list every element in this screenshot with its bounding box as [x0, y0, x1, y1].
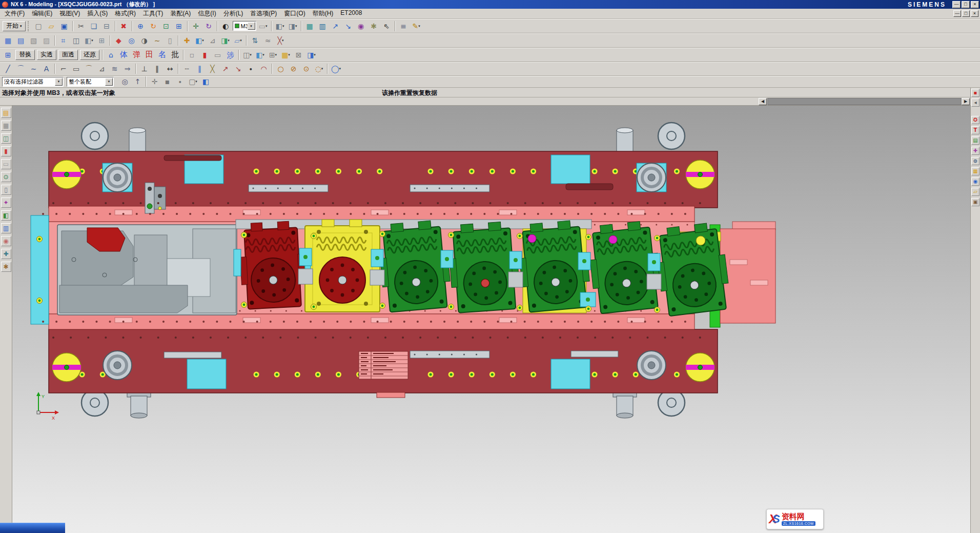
red-book-icon[interactable]: ▮	[199, 49, 211, 61]
menu-format[interactable]: 格式(R)	[111, 8, 139, 19]
red-marker-icon[interactable]: ▮	[1, 146, 11, 156]
grid-char-icon[interactable]: 田	[144, 49, 155, 61]
hatch-grid-icon[interactable]: ▧	[28, 34, 39, 46]
arrow-up-icon[interactable]: ↗	[219, 63, 231, 75]
half-sphere-icon[interactable]: ◑	[138, 34, 150, 46]
zoom-in-icon[interactable]: ⊕	[135, 20, 147, 32]
refresh-icon[interactable]: ↻	[148, 20, 159, 32]
window-panes-icon[interactable]: ◫	[70, 34, 82, 46]
circle-dd-icon[interactable]: ◌▾	[313, 63, 325, 75]
clock-icon[interactable]: ⊙	[1, 172, 11, 182]
menu-information[interactable]: 信息(I)	[194, 8, 219, 19]
avatar-icon[interactable]: ◉	[1, 236, 11, 246]
scroll-right-button[interactable]: ▶	[962, 98, 970, 105]
menu-assemblies[interactable]: 装配(A)	[167, 8, 194, 19]
new-window-icon[interactable]: ◫	[1, 133, 11, 144]
child-close-button[interactable]: ×	[971, 10, 978, 17]
close-button[interactable]: ×	[971, 1, 979, 8]
menu-help[interactable]: 帮助(H)	[309, 8, 337, 19]
arc-point-icon[interactable]: ◠	[258, 63, 270, 75]
pan-icon[interactable]: ✛	[190, 20, 202, 32]
menu-preferences[interactable]: 首选项(P)	[247, 8, 280, 19]
four-pane-icon[interactable]: ⊞	[2, 49, 14, 61]
blue-cube-dd-icon[interactable]: ◨▾	[305, 49, 317, 61]
work-layer-combo[interactable]: M3▼	[233, 21, 256, 31]
system-icon[interactable]: ▣	[971, 198, 979, 206]
up-level-icon[interactable]: ↑	[132, 76, 144, 88]
paste-icon[interactable]: ⊟	[101, 20, 113, 32]
cascade-windows-icon[interactable]: ▤	[1, 108, 11, 118]
grid-snap-icon[interactable]: ▦	[2, 34, 14, 46]
batch-icon[interactable]: 批	[169, 49, 181, 61]
chart-icon[interactable]: ▥	[1, 223, 11, 233]
selection-scope-combo[interactable]: 整个装配▼	[67, 77, 114, 87]
window-dd-icon[interactable]: ◫▾	[241, 49, 253, 61]
wedge-icon[interactable]: ⊿	[207, 34, 218, 46]
solid-cube-icon[interactable]: ◧	[200, 76, 212, 88]
home-icon[interactable]: ⌂	[105, 49, 117, 61]
measure-icon[interactable]: ✎▾	[411, 20, 422, 32]
palette-icon[interactable]: ✦	[1, 198, 11, 208]
menu-view[interactable]: 视图(V)	[56, 8, 84, 19]
open-folder-icon[interactable]: ▱	[46, 20, 57, 32]
fillet-icon[interactable]: ⌒	[83, 63, 95, 75]
wire-cube-icon[interactable]: ▨	[40, 34, 52, 46]
shaded-view-icon[interactable]: ◐	[220, 20, 232, 32]
info-list-icon[interactable]: ≡	[398, 20, 410, 32]
tools-icon[interactable]: ✚	[1, 249, 11, 259]
reuse-library-icon[interactable]: ✚	[971, 147, 979, 155]
face-translucent-button[interactable]: 面透	[58, 50, 78, 60]
offset-icon[interactable]: ≋	[109, 63, 120, 75]
scrollbar-track[interactable]	[767, 98, 962, 105]
menu-et2008[interactable]: ET2008	[337, 8, 365, 19]
line-icon[interactable]: ╱	[2, 63, 14, 75]
sphere-icon[interactable]: ◉	[355, 20, 367, 32]
point-icon[interactable]: ∙	[245, 63, 257, 75]
cube-front-icon[interactable]: ◧▾	[83, 34, 95, 46]
point-grid-icon[interactable]: ⌗	[57, 34, 69, 46]
fit-view-icon[interactable]: ⊡	[160, 20, 172, 32]
snap-star-icon[interactable]: ✱	[368, 20, 380, 32]
parallel-icon[interactable]: ∥	[151, 63, 163, 75]
gold-grid-icon[interactable]: ▦▾	[280, 49, 292, 61]
save-icon[interactable]: ▣	[58, 20, 70, 32]
assembly-navigator-icon[interactable]: T	[971, 126, 979, 134]
swap-icon[interactable]: ⇅	[249, 34, 261, 46]
grid-plane-icon[interactable]: ▤	[15, 34, 27, 46]
boolean-icon[interactable]: ◨▾	[219, 34, 231, 46]
find-icon[interactable]: ◎	[119, 76, 131, 88]
menu-insert[interactable]: 插入(S)	[84, 8, 111, 19]
arrow-ne-icon[interactable]: ↗	[330, 20, 341, 32]
green-cube-icon[interactable]: ◧	[1, 210, 11, 221]
select-cursor-icon[interactable]: ⇖	[381, 20, 393, 32]
curve-icon[interactable]: ∼	[151, 34, 163, 46]
plane-icon[interactable]: ▱▾	[232, 34, 244, 46]
body-display-icon[interactable]: 体	[118, 49, 130, 61]
parallel-blue-icon[interactable]: ∥	[194, 63, 206, 75]
csys-icon[interactable]: ✚	[181, 34, 193, 46]
arc-icon[interactable]: ⌒	[15, 63, 27, 75]
part-navigator-icon[interactable]: ▤	[971, 136, 979, 145]
replace-button[interactable]: 替换	[15, 50, 35, 60]
multi-color-icon[interactable]: ✱	[1, 262, 11, 272]
circle-dot-icon[interactable]: ⊙	[300, 63, 312, 75]
chamfer-icon[interactable]: ⊿	[96, 63, 108, 75]
pane-dd-icon[interactable]: ⊞▾	[267, 49, 279, 61]
delete-icon[interactable]: ✖	[118, 20, 130, 32]
doc-icon[interactable]: ▯	[164, 34, 176, 46]
snap-mid-icon[interactable]: ∙	[174, 76, 186, 88]
roles-icon[interactable]: ✪	[971, 116, 979, 124]
scroll-left-button[interactable]: ◀	[759, 98, 767, 105]
arrow-se-icon[interactable]: ↘	[342, 20, 354, 32]
minimize-button[interactable]: —	[952, 1, 961, 8]
rectangle-icon[interactable]: ▭	[70, 63, 82, 75]
close-x-icon[interactable]: ╳▾	[275, 34, 287, 46]
extrude-icon[interactable]: ◧▾	[194, 34, 206, 46]
menu-file[interactable]: 文件(F)	[1, 8, 28, 19]
target-icon[interactable]: ◎	[126, 34, 137, 46]
circle-slash-icon[interactable]: ⊘	[288, 63, 299, 75]
dashed-line-icon[interactable]: ╌	[181, 63, 193, 75]
sketch-text-icon[interactable]: A	[40, 63, 52, 75]
flat-box-icon[interactable]: ▭	[212, 49, 223, 61]
toolbar-grip[interactable]	[28, 21, 30, 31]
